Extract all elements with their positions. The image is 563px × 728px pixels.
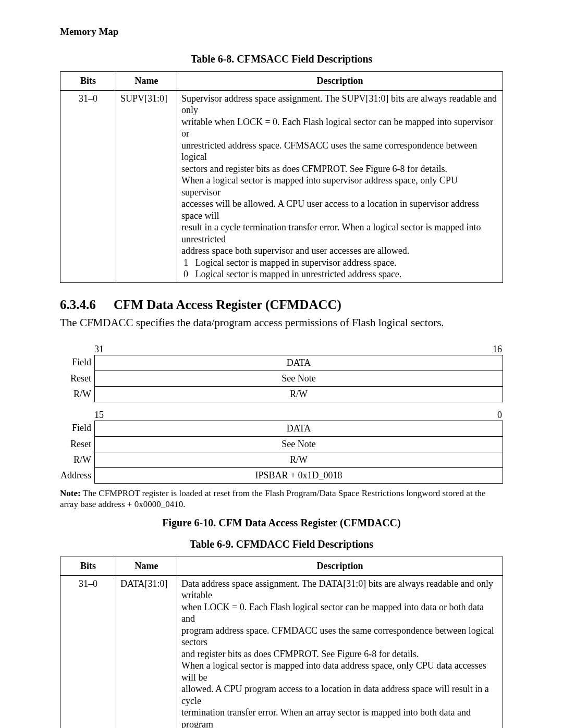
desc-line: Supervisor address space assignment. The… <box>181 93 498 116</box>
register-figure: 31 16 Field DATA Reset See Note R/W R/W … <box>60 344 503 484</box>
desc-line: unrestricted address space. CFMSACC uses… <box>181 140 498 163</box>
desc-line: When a logical sector is mapped into sup… <box>181 175 498 198</box>
section-title: CFM Data Access Register (CFMDACC) <box>114 298 341 312</box>
note-label: Note: <box>60 488 81 498</box>
reg-field: DATA <box>94 355 503 371</box>
table9-bits: 31–0 <box>60 575 116 728</box>
section-heading: 6.3.4.6 CFM Data Access Register (CFMDAC… <box>60 298 503 312</box>
enum-val: Logical sector is mapped in unrestricted… <box>195 269 402 279</box>
reg-rw: R/W <box>94 452 503 468</box>
bit-hi: 15 <box>91 410 104 421</box>
desc-enum: 0 Logical sector is mapped in unrestrict… <box>181 268 498 280</box>
bit-lo: 16 <box>493 344 503 355</box>
row-label-field: Field <box>60 421 94 437</box>
table-row: 31–0 DATA[31:0] Data address space assig… <box>60 575 503 728</box>
table8-header-desc: Description <box>177 72 503 91</box>
table9-header-desc: Description <box>177 557 503 576</box>
table8-caption: Table 6-8. CFMSACC Field Descriptions <box>60 53 503 65</box>
desc-line: result in a cycle termination transfer e… <box>181 221 498 245</box>
figure-note: Note: The CFMPROT register is loaded at … <box>60 488 503 510</box>
reg-address: IPSBAR + 0x1D_0018 <box>94 468 503 484</box>
table8-header-bits: Bits <box>60 72 116 91</box>
section-number: 6.3.4.6 <box>60 298 96 312</box>
table-row: 31–0 SUPV[31:0] Supervisor address space… <box>60 90 503 282</box>
desc-line: accesses will be allowed. A CPU user acc… <box>181 198 498 221</box>
desc-line: when LOCK = 0. Each Flash logical sector… <box>181 601 498 625</box>
bit-hi: 31 <box>91 344 104 355</box>
desc-line: When a logical sector is mapped into dat… <box>181 660 498 683</box>
table8-header-name: Name <box>116 72 177 91</box>
table9-desc: Data address space assignment. The DATA[… <box>177 575 503 728</box>
desc-line: address space both supervisor and user a… <box>181 245 498 257</box>
enum-key: 1 <box>183 257 193 269</box>
table9-name: DATA[31:0] <box>116 575 177 728</box>
table8-desc: Supervisor address space assignment. The… <box>177 90 503 282</box>
table8-name: SUPV[31:0] <box>116 90 177 282</box>
table9-header-bits: Bits <box>60 557 116 576</box>
desc-line: termination transfer error. When an arra… <box>181 707 498 728</box>
desc-line: allowed. A CPU program access to a locat… <box>181 683 498 707</box>
bit-lo: 0 <box>497 410 503 421</box>
reg-reset: See Note <box>94 371 503 387</box>
row-label-address: Address <box>60 468 94 484</box>
row-label-reset: Reset <box>60 437 94 452</box>
reg-reset: See Note <box>94 437 503 452</box>
row-label-rw: R/W <box>60 387 94 402</box>
row-label-reset: Reset <box>60 371 94 387</box>
row-label-rw: R/W <box>60 452 94 468</box>
table8-bits: 31–0 <box>60 90 116 282</box>
table9-caption: Table 6-9. CFMDACC Field Descriptions <box>60 538 503 550</box>
desc-line: program address space. CFMDACC uses the … <box>181 625 498 648</box>
desc-enum: 1 Logical sector is mapped in supervisor… <box>181 257 498 269</box>
reg-field: DATA <box>94 421 503 437</box>
note-text: The CFMPROT register is loaded at reset … <box>60 488 486 509</box>
section-body: The CFMDACC specifies the data/program a… <box>60 316 503 329</box>
table9-header-name: Name <box>116 557 177 576</box>
table9: Bits Name Description 31–0 DATA[31:0] Da… <box>60 557 503 728</box>
reg-rw: R/W <box>94 387 503 402</box>
enum-val: Logical sector is mapped in supervisor a… <box>195 257 397 268</box>
desc-line: and register bits as does CFMPROT. See F… <box>181 648 498 660</box>
row-label-field: Field <box>60 355 94 371</box>
page-header: Memory Map <box>60 26 503 38</box>
desc-line: Data address space assignment. The DATA[… <box>181 578 498 601</box>
desc-line: sectors and register bits as does CFMPRO… <box>181 163 498 175</box>
desc-line: writable when LOCK = 0. Each Flash logic… <box>181 116 498 140</box>
figure-caption: Figure 6-10. CFM Data Access Register (C… <box>60 517 503 529</box>
enum-key: 0 <box>183 268 193 280</box>
table8: Bits Name Description 31–0 SUPV[31:0] Su… <box>60 71 503 283</box>
